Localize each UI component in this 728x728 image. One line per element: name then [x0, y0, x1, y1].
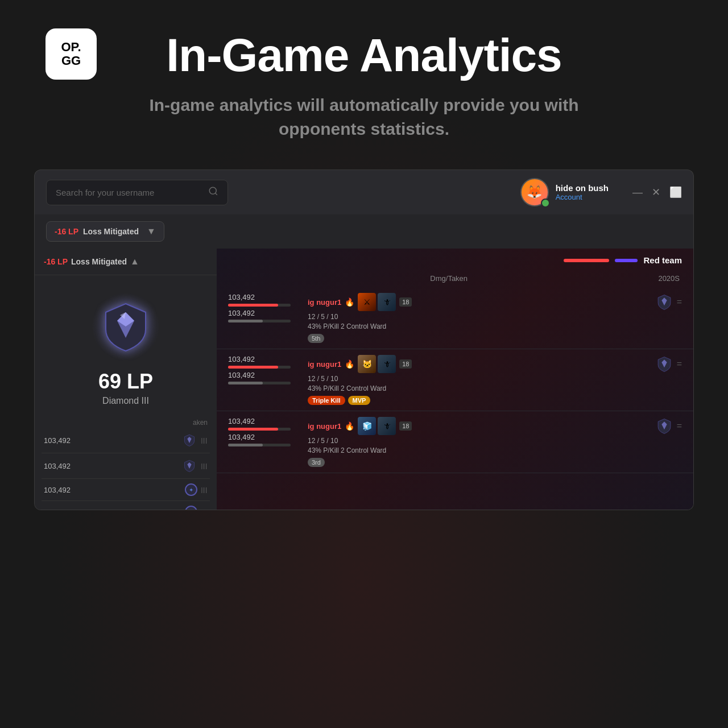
rank-icon-small: [181, 458, 197, 474]
player-info: ig nugur1 🔥 🐱 🗡 18: [308, 355, 650, 405]
dmg-value-1: 103,492: [228, 293, 302, 301]
player-info: ig nugur1 🔥 🧊 🗡 18: [308, 417, 650, 467]
rank-icon-small: ✦: [185, 506, 197, 510]
search-input-wrapper[interactable]: Search for your username: [46, 180, 228, 205]
dmg-bar-container-2: [228, 382, 291, 384]
menu-icon[interactable]: =: [677, 359, 682, 369]
team-header: Red team: [217, 249, 693, 272]
logo-text: OP.GG: [61, 40, 81, 68]
stats-row: 43% P/Kill 2 Control Ward: [308, 322, 650, 330]
row-value: 103,492: [44, 508, 71, 510]
app-window: Search for your username 🦊 hide on bush …: [0, 169, 728, 510]
stats-row: 43% P/Kill 2 Control Ward: [308, 446, 650, 454]
avatar-wrapper: 🦊: [520, 178, 549, 206]
badge-row: Triple Kill MVP: [308, 396, 650, 405]
dmg-value-2: 103,492: [228, 433, 302, 441]
search-bar-row: Search for your username 🦊 hide on bush …: [34, 169, 694, 214]
left-rows: aken 103,492 ||| 103,492: [35, 417, 217, 510]
player-name-row: ig nugur1 🔥 🐱 🗡 18: [308, 355, 650, 373]
champ-icon-2: 🗡: [378, 355, 396, 373]
level-badge: 18: [399, 421, 412, 431]
right-panel-content: Red team Dmg/Taken 2020S 103,492 103,492: [217, 249, 693, 473]
row-value: 103,492: [44, 462, 71, 470]
badge-row: 5th: [308, 334, 650, 343]
champ-portrait-2: 🗡: [378, 417, 396, 435]
triple-kill-badge: Triple Kill: [308, 396, 345, 405]
champ-icon-2: 🗡: [378, 417, 396, 435]
season-rank-icon: [655, 293, 673, 311]
champ-icon-1: ⚔: [358, 293, 376, 311]
rank-icon-small: ✦: [185, 483, 197, 496]
minimize-button[interactable]: —: [632, 187, 643, 198]
fire-icon: 🔥: [345, 359, 354, 369]
lp-desc-small: Loss Mitigated: [71, 257, 127, 266]
row-icons: |||: [181, 458, 208, 474]
season-section: =: [655, 293, 682, 311]
list-item: 103,492 |||: [42, 428, 210, 453]
dmg-value-1: 103,492: [228, 417, 302, 425]
dmg-bar-gray: [228, 382, 263, 384]
right-panel: Red team Dmg/Taken 2020S 103,492 103,492: [217, 249, 693, 510]
player-name-row: ig nugur1 🔥 🧊 🗡 18: [308, 417, 650, 435]
player-info: ig nugur1 🔥 ⚔ 🗡 18: [308, 293, 650, 343]
row-icons: |||: [181, 432, 208, 448]
column-headers: Dmg/Taken 2020S: [217, 272, 693, 285]
rank-dots: |||: [201, 508, 208, 510]
left-panel-header: -16 LP Loss Mitigated ▲: [35, 249, 217, 275]
lp-badge-small[interactable]: -16 LP Loss Mitigated ▲: [44, 257, 139, 267]
rank-dots: |||: [201, 437, 208, 444]
rank-name: Diamond III: [102, 396, 149, 406]
lp-value-small: -16 LP: [44, 257, 68, 266]
player-row: 103,492 103,492 ig nugur1 🔥: [217, 349, 693, 411]
champ-icon-1: 🧊: [358, 417, 376, 435]
dmg-value-2: 103,492: [228, 309, 302, 317]
account-label: Account: [556, 193, 609, 201]
svg-point-0: [209, 187, 216, 194]
lp-value: -16 LP: [55, 227, 78, 236]
kda-row: 12 / 5 / 10: [308, 375, 650, 383]
rank-card: 69 LP Diamond III: [35, 275, 217, 417]
season-section: =: [655, 417, 682, 435]
champ-portrait-1: 🧊: [358, 417, 376, 435]
dmg-bar-container-2: [228, 444, 291, 446]
champion-portraits: 🐱 🗡: [358, 355, 396, 373]
fire-icon: 🔥: [345, 421, 354, 431]
user-info: 🦊 hide on bush Account — ✕ ⬜: [520, 178, 682, 206]
dmg-bar-red: [228, 428, 278, 431]
rank-icon-small: [181, 432, 197, 448]
dmg-bar-red: [228, 304, 278, 307]
chevron-up-icon: ▲: [130, 257, 139, 267]
list-item: 103,492 ✦ |||: [42, 479, 210, 501]
row-value: 103,492: [44, 486, 71, 494]
menu-icon[interactable]: =: [677, 297, 682, 307]
player-name-row: ig nugur1 🔥 ⚔ 🗡 18: [308, 293, 650, 311]
champ-portrait-2: 🗡: [378, 355, 396, 373]
main-content: -16 LP Loss Mitigated ▲: [34, 249, 694, 510]
rank-icon-wrapper: [92, 292, 160, 361]
search-placeholder: Search for your username: [56, 188, 204, 197]
badge-row: 3rd: [308, 458, 650, 467]
kda-row: 12 / 5 / 10: [308, 437, 650, 445]
dmg-value-2: 103,492: [228, 371, 302, 379]
menu-icon[interactable]: =: [677, 421, 682, 431]
placement-badge: 3rd: [308, 458, 325, 467]
close-button[interactable]: ✕: [652, 186, 660, 198]
player-row: 103,492 103,492 ig nugur1 🔥: [217, 287, 693, 349]
dmg-bar-container: [228, 366, 291, 369]
subtitle: In-game analytics will automatically pro…: [142, 93, 586, 141]
dmg-bar-container-2: [228, 320, 291, 322]
list-item: 103,492 |||: [42, 453, 210, 479]
champion-portraits: 🧊 🗡: [358, 417, 396, 435]
champ-icon-2: 🗡: [378, 293, 396, 311]
champion-portraits: ⚔ 🗡: [358, 293, 396, 311]
dmg-bar-gray: [228, 444, 263, 446]
season-header: 2020S: [658, 274, 682, 283]
user-text-info: hide on bush Account: [556, 183, 609, 201]
stats-row: 43% P/Kill 2 Control Ward: [308, 384, 650, 392]
maximize-button[interactable]: ⬜: [669, 186, 682, 198]
level-badge: 18: [399, 297, 412, 307]
champ-icon-1: 🐱: [358, 355, 376, 373]
champ-portrait-1: ⚔: [358, 293, 376, 311]
lp-badge[interactable]: -16 LP Loss Mitigated ▼: [46, 221, 164, 242]
season-section: =: [655, 355, 682, 373]
